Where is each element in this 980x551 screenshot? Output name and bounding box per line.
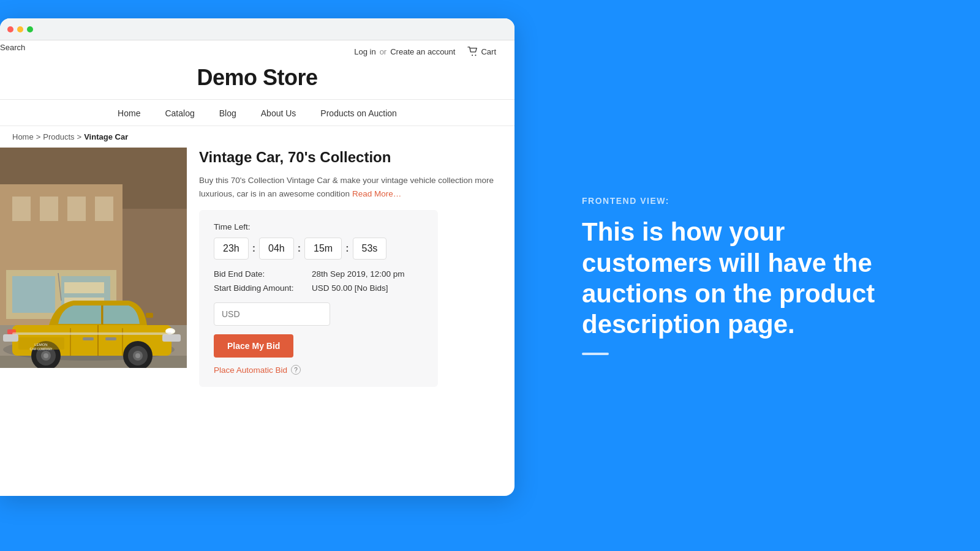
- browser-window: Search Log in or Create an account Cart: [0, 18, 514, 496]
- nav-home[interactable]: Home: [118, 108, 140, 118]
- product-image-container: LEMON CAR COMPANY: [0, 148, 187, 368]
- breadcrumb-sep1: >: [36, 132, 41, 141]
- timer-sep-2: :: [296, 243, 302, 254]
- heading-line4: description page.: [582, 310, 795, 339]
- svg-rect-6: [40, 197, 58, 221]
- svg-rect-12: [64, 282, 104, 293]
- nav-about[interactable]: About Us: [261, 108, 296, 118]
- or-text: or: [380, 47, 387, 56]
- breadcrumb: Home > Products > Vintage Car: [0, 126, 514, 148]
- browser-panel: Search Log in or Create an account Cart: [0, 0, 533, 551]
- svg-point-0: [472, 54, 473, 56]
- browser-dot-red: [7, 26, 13, 32]
- read-more-link[interactable]: Read More…: [352, 189, 401, 198]
- login-link[interactable]: Log in: [354, 47, 375, 56]
- svg-rect-40: [12, 332, 172, 335]
- timer-seconds: 15m: [304, 238, 342, 260]
- start-bid-label: Start Bidding Amount:: [214, 283, 312, 293]
- search-label[interactable]: Search: [0, 42, 25, 51]
- breadcrumb-home[interactable]: Home: [12, 132, 34, 141]
- product-image: LEMON CAR COMPANY: [0, 148, 187, 368]
- timer-row: 23h : 04h : 15m : 53s: [214, 238, 423, 260]
- nav-blog[interactable]: Blog: [219, 108, 236, 118]
- breadcrumb-products[interactable]: Products: [43, 132, 74, 141]
- heading-line3: auctions on the product: [582, 279, 875, 308]
- svg-rect-22: [83, 337, 94, 340]
- heading-underline: [582, 353, 609, 355]
- create-account-link[interactable]: Create an account: [390, 47, 455, 56]
- svg-rect-24: [162, 334, 181, 342]
- svg-rect-25: [3, 334, 18, 342]
- bid-input[interactable]: [214, 302, 330, 326]
- heading-line2: customers will have the: [582, 249, 872, 277]
- place-bid-button[interactable]: Place My Bid: [214, 334, 293, 358]
- svg-rect-7: [67, 197, 86, 221]
- help-icon[interactable]: ?: [291, 365, 301, 375]
- breadcrumb-current: Vintage Car: [84, 132, 128, 141]
- browser-dot-green: [27, 26, 33, 32]
- svg-point-32: [43, 353, 48, 358]
- bid-end-label: Bid End Date:: [214, 269, 312, 279]
- product-area: LEMON CAR COMPANY Vintage Car, 70's Coll…: [0, 148, 514, 399]
- product-info: Vintage Car, 70's Collection Buy this 70…: [187, 148, 502, 387]
- frontend-heading: This is how your customers will have the…: [582, 217, 943, 340]
- browser-chrome: [0, 18, 514, 40]
- store-nav: Home Catalog Blog About Us Products on A…: [0, 100, 514, 126]
- svg-point-36: [135, 353, 140, 358]
- svg-rect-23: [105, 337, 116, 340]
- timer-sep-3: :: [344, 243, 350, 254]
- svg-rect-10: [12, 276, 55, 313]
- auction-box: Time Left: 23h : 04h : 15m : 53s: [199, 210, 438, 387]
- product-title: Vintage Car, 70's Collection: [199, 148, 502, 167]
- time-left-label: Time Left:: [214, 222, 423, 231]
- timer-hours: 23h: [214, 238, 249, 260]
- right-panel: FRONTEND VIEW: This is how your customer…: [533, 0, 980, 551]
- start-bid-value: USD 50.00 [No Bids]: [312, 283, 423, 293]
- nav-auction[interactable]: Products on Auction: [320, 108, 397, 118]
- svg-rect-5: [12, 197, 31, 221]
- auto-bid-link[interactable]: Place Automatic Bid: [214, 365, 287, 375]
- product-description: Buy this 70's Collection Vintage Car & m…: [199, 174, 502, 200]
- frontend-label: FRONTEND VIEW:: [582, 196, 943, 206]
- timer-minutes: 04h: [259, 238, 294, 260]
- nav-catalog[interactable]: Catalog: [165, 108, 194, 118]
- svg-text:LEMON: LEMON: [34, 343, 47, 347]
- heading-line1: This is how your: [582, 217, 785, 246]
- store-title: Demo Store: [0, 65, 514, 91]
- svg-rect-8: [95, 197, 113, 221]
- store-header: Demo Store: [0, 60, 514, 100]
- svg-point-1: [475, 54, 477, 56]
- timer-sep-1: :: [251, 243, 257, 254]
- timer-ms: 53s: [353, 238, 387, 260]
- cart-area[interactable]: Cart: [467, 47, 496, 56]
- auction-details: Bid End Date: 28th Sep 2019, 12:00 pm St…: [214, 269, 423, 293]
- browser-dot-yellow: [17, 26, 23, 32]
- svg-rect-41: [146, 313, 153, 318]
- svg-text:CAR COMPANY: CAR COMPANY: [30, 347, 53, 351]
- cart-label: Cart: [481, 47, 496, 56]
- cart-icon: [467, 47, 478, 56]
- breadcrumb-sep2: >: [77, 132, 82, 141]
- bid-input-wrap: [214, 302, 423, 326]
- bid-end-value: 28th Sep 2019, 12:00 pm: [312, 269, 423, 279]
- store-content: Search Log in or Create an account Cart: [0, 40, 514, 399]
- auto-bid-row: Place Automatic Bid ?: [214, 365, 423, 375]
